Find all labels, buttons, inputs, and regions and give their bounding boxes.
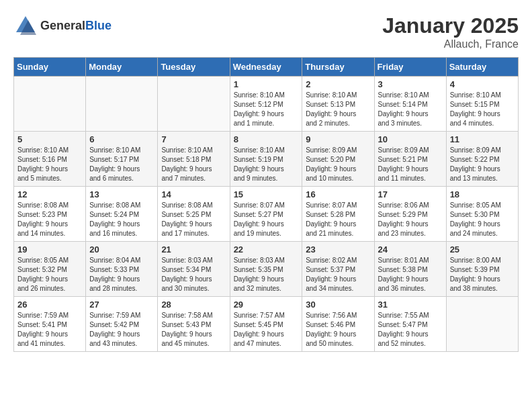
calendar-cell: 12Sunrise: 8:08 AM Sunset: 5:23 PM Dayli… [14,187,86,242]
day-info: Sunrise: 8:10 AM Sunset: 5:17 PM Dayligh… [89,146,154,183]
calendar-cell: 22Sunrise: 8:03 AM Sunset: 5:35 PM Dayli… [230,242,302,297]
calendar-week-5: 26Sunrise: 7:59 AM Sunset: 5:41 PM Dayli… [14,297,519,352]
calendar-cell: 8Sunrise: 8:10 AM Sunset: 5:19 PM Daylig… [230,132,302,187]
calendar-week-1: 1Sunrise: 8:10 AM Sunset: 5:12 PM Daylig… [14,77,519,132]
day-number: 18 [450,189,515,199]
calendar-cell: 16Sunrise: 8:07 AM Sunset: 5:28 PM Dayli… [302,187,374,242]
day-number: 31 [378,300,443,310]
day-number: 5 [17,134,82,144]
calendar-cell: 23Sunrise: 8:02 AM Sunset: 5:37 PM Dayli… [302,242,374,297]
day-number: 11 [450,134,515,144]
day-number: 28 [161,300,226,310]
day-number: 2 [306,79,370,89]
calendar-cell: 5Sunrise: 8:10 AM Sunset: 5:16 PM Daylig… [14,132,86,187]
calendar-cell: 30Sunrise: 7:56 AM Sunset: 5:46 PM Dayli… [302,297,374,352]
day-info: Sunrise: 8:09 AM Sunset: 5:22 PM Dayligh… [450,146,515,183]
day-number: 21 [161,244,226,255]
day-info: Sunrise: 8:06 AM Sunset: 5:29 PM Dayligh… [378,201,443,238]
weekday-header-sunday: Sunday [14,58,86,77]
calendar-cell: 1Sunrise: 8:10 AM Sunset: 5:12 PM Daylig… [230,77,302,132]
day-info: Sunrise: 8:03 AM Sunset: 5:35 PM Dayligh… [234,256,299,293]
day-number: 13 [89,189,154,199]
day-info: Sunrise: 7:59 AM Sunset: 5:42 PM Dayligh… [89,311,154,349]
day-info: Sunrise: 8:08 AM Sunset: 5:23 PM Dayligh… [17,201,82,238]
calendar-cell: 7Sunrise: 8:10 AM Sunset: 5:18 PM Daylig… [158,132,230,187]
day-number: 23 [306,244,370,255]
logo-icon [13,13,38,38]
weekday-header-monday: Monday [86,58,158,77]
calendar-cell: 20Sunrise: 8:04 AM Sunset: 5:33 PM Dayli… [86,242,158,297]
calendar-body: 1Sunrise: 8:10 AM Sunset: 5:12 PM Daylig… [14,77,519,352]
day-number: 24 [378,244,443,255]
day-number: 30 [306,300,370,310]
day-number: 9 [306,134,370,144]
day-info: Sunrise: 7:55 AM Sunset: 5:47 PM Dayligh… [378,311,443,349]
calendar-cell [14,77,86,132]
day-number: 17 [378,189,443,199]
day-info: Sunrise: 8:09 AM Sunset: 5:20 PM Dayligh… [306,146,370,183]
calendar-cell: 18Sunrise: 8:05 AM Sunset: 5:30 PM Dayli… [446,187,518,242]
day-info: Sunrise: 7:56 AM Sunset: 5:46 PM Dayligh… [306,311,370,349]
day-number: 26 [17,300,82,310]
page-header: GeneralBlue January 2025 Allauch, France [13,13,519,50]
day-number: 20 [89,244,154,255]
day-number: 22 [234,244,299,255]
day-number: 7 [161,134,226,144]
month-title: January 2025 [382,13,519,38]
day-info: Sunrise: 8:05 AM Sunset: 5:30 PM Dayligh… [450,201,515,238]
day-info: Sunrise: 8:09 AM Sunset: 5:21 PM Dayligh… [378,146,443,183]
day-number: 16 [306,189,370,199]
calendar-cell: 15Sunrise: 8:07 AM Sunset: 5:27 PM Dayli… [230,187,302,242]
calendar-cell: 6Sunrise: 8:10 AM Sunset: 5:17 PM Daylig… [86,132,158,187]
day-info: Sunrise: 8:02 AM Sunset: 5:37 PM Dayligh… [306,256,370,293]
calendar-week-3: 12Sunrise: 8:08 AM Sunset: 5:23 PM Dayli… [14,187,519,242]
day-number: 6 [89,134,154,144]
day-info: Sunrise: 8:04 AM Sunset: 5:33 PM Dayligh… [89,256,154,293]
calendar-cell: 9Sunrise: 8:09 AM Sunset: 5:20 PM Daylig… [302,132,374,187]
day-info: Sunrise: 8:10 AM Sunset: 5:16 PM Dayligh… [17,146,82,183]
calendar-cell: 4Sunrise: 8:10 AM Sunset: 5:15 PM Daylig… [446,77,518,132]
day-info: Sunrise: 8:10 AM Sunset: 5:18 PM Dayligh… [161,146,226,183]
day-info: Sunrise: 8:10 AM Sunset: 5:12 PM Dayligh… [234,91,299,128]
day-info: Sunrise: 8:07 AM Sunset: 5:27 PM Dayligh… [234,201,299,238]
calendar-cell: 2Sunrise: 8:10 AM Sunset: 5:13 PM Daylig… [302,77,374,132]
calendar-cell [158,77,230,132]
calendar-cell: 17Sunrise: 8:06 AM Sunset: 5:29 PM Dayli… [374,187,446,242]
calendar-cell: 3Sunrise: 8:10 AM Sunset: 5:14 PM Daylig… [374,77,446,132]
day-info: Sunrise: 8:08 AM Sunset: 5:25 PM Dayligh… [161,201,226,238]
calendar-cell: 10Sunrise: 8:09 AM Sunset: 5:21 PM Dayli… [374,132,446,187]
day-info: Sunrise: 7:59 AM Sunset: 5:41 PM Dayligh… [17,311,82,349]
day-info: Sunrise: 7:58 AM Sunset: 5:43 PM Dayligh… [161,311,226,349]
day-info: Sunrise: 8:10 AM Sunset: 5:15 PM Dayligh… [450,91,515,128]
weekday-header-friday: Friday [374,58,446,77]
weekday-header-thursday: Thursday [302,58,374,77]
calendar-cell: 26Sunrise: 7:59 AM Sunset: 5:41 PM Dayli… [14,297,86,352]
calendar-week-4: 19Sunrise: 8:05 AM Sunset: 5:32 PM Dayli… [14,242,519,297]
day-info: Sunrise: 8:10 AM Sunset: 5:19 PM Dayligh… [234,146,299,183]
calendar-cell: 29Sunrise: 7:57 AM Sunset: 5:45 PM Dayli… [230,297,302,352]
day-number: 12 [17,189,82,199]
day-number: 4 [450,79,515,89]
calendar-cell [86,77,158,132]
calendar-cell: 14Sunrise: 8:08 AM Sunset: 5:25 PM Dayli… [158,187,230,242]
calendar-cell: 21Sunrise: 8:03 AM Sunset: 5:34 PM Dayli… [158,242,230,297]
logo-text: GeneralBlue [40,19,112,33]
day-number: 25 [450,244,515,255]
calendar-cell: 19Sunrise: 8:05 AM Sunset: 5:32 PM Dayli… [14,242,86,297]
calendar-header: SundayMondayTuesdayWednesdayThursdayFrid… [14,58,519,77]
calendar-cell: 24Sunrise: 8:01 AM Sunset: 5:38 PM Dayli… [374,242,446,297]
day-number: 29 [234,300,299,310]
day-info: Sunrise: 8:07 AM Sunset: 5:28 PM Dayligh… [306,201,370,238]
day-info: Sunrise: 8:08 AM Sunset: 5:24 PM Dayligh… [89,201,154,238]
day-info: Sunrise: 8:10 AM Sunset: 5:13 PM Dayligh… [306,91,370,128]
calendar-cell: 25Sunrise: 8:00 AM Sunset: 5:39 PM Dayli… [446,242,518,297]
weekday-header-row: SundayMondayTuesdayWednesdayThursdayFrid… [14,58,519,77]
title-area: January 2025 Allauch, France [382,13,519,50]
calendar-cell: 27Sunrise: 7:59 AM Sunset: 5:42 PM Dayli… [86,297,158,352]
day-number: 14 [161,189,226,199]
day-info: Sunrise: 8:01 AM Sunset: 5:38 PM Dayligh… [378,256,443,293]
calendar-cell [446,297,518,352]
calendar-cell: 11Sunrise: 8:09 AM Sunset: 5:22 PM Dayli… [446,132,518,187]
day-number: 15 [234,189,299,199]
day-info: Sunrise: 8:00 AM Sunset: 5:39 PM Dayligh… [450,256,515,293]
